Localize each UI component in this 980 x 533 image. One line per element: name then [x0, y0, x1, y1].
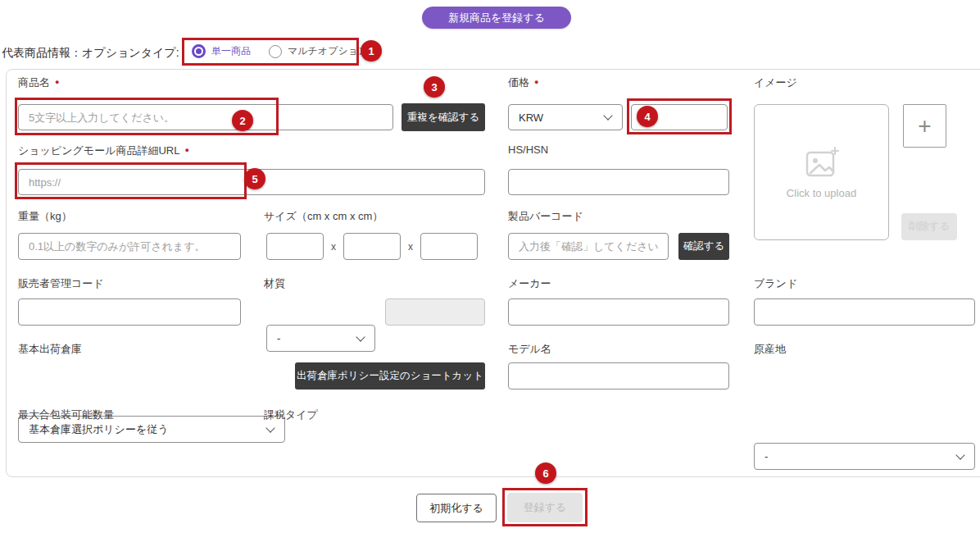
size-label: サイズ（cm x cm x cm） — [264, 209, 383, 224]
currency-select[interactable]: KRW — [508, 104, 623, 130]
seller-code-input[interactable] — [18, 298, 241, 326]
radio-single-label: 単一商品 — [211, 44, 251, 58]
size-height-input[interactable] — [420, 233, 478, 260]
tax-type-label: 課税タイプ — [264, 408, 318, 422]
image-upload-icon — [804, 146, 840, 179]
weight-input[interactable] — [18, 233, 241, 260]
chevron-down-icon — [603, 111, 612, 120]
required-dot-icon: ● — [55, 78, 59, 86]
required-dot-icon: ● — [184, 146, 188, 154]
brand-label: ブランド — [754, 276, 797, 291]
size-input-group: x x — [266, 233, 478, 260]
delete-image-button[interactable]: 削除する — [901, 213, 957, 240]
mall-url-input[interactable] — [18, 169, 485, 195]
origin-label: 原産地 — [754, 342, 786, 357]
brand-input[interactable] — [754, 298, 975, 326]
price-amount-input[interactable] — [631, 104, 728, 130]
reset-button[interactable]: 初期化する — [416, 494, 497, 522]
plus-icon: + — [918, 115, 931, 138]
seller-code-label: 販売者管理コード — [18, 276, 104, 291]
image-label: イメージ — [754, 75, 797, 90]
option-type-label: 代表商品情報：オプションタイプ: — [2, 46, 179, 61]
chevron-down-icon — [265, 423, 274, 432]
register-new-product-button[interactable]: 新規商品を登録する — [422, 7, 571, 29]
hs-hsn-input[interactable] — [508, 169, 729, 195]
weight-label: 重量（kg） — [18, 209, 72, 224]
add-image-button[interactable]: + — [903, 104, 946, 148]
model-name-label: モデル名 — [508, 342, 551, 357]
size-separator: x — [408, 241, 413, 253]
size-depth-input[interactable] — [343, 233, 401, 260]
material-label: 材質 — [264, 276, 285, 291]
product-registration-page: 新規商品を登録する 代表商品情報：オプションタイプ: 単一商品 マルチオプション… — [0, 0, 980, 533]
price-label: 価格● — [508, 75, 538, 90]
product-name-input[interactable] — [18, 104, 393, 130]
barcode-confirm-button[interactable]: 確認する — [678, 233, 729, 260]
size-separator: x — [331, 241, 336, 253]
size-width-input[interactable] — [266, 233, 324, 260]
radio-multi-label: マルチオプション — [288, 44, 368, 58]
radio-single-product[interactable]: 単一商品 — [192, 44, 251, 58]
image-upload-dropzone[interactable]: Click to upload — [754, 104, 889, 240]
radio-multi-option[interactable]: マルチオプション — [269, 44, 368, 58]
required-dot-icon: ● — [534, 78, 538, 86]
maker-label: メーカー — [508, 276, 551, 291]
origin-select[interactable]: - — [754, 443, 975, 470]
radio-unselected-icon — [269, 45, 282, 58]
chevron-down-icon — [356, 332, 365, 341]
barcode-input[interactable] — [508, 233, 669, 260]
upload-hint-text: Click to upload — [787, 187, 856, 199]
mall-url-label: ショッピングモール商品詳細URL● — [18, 144, 189, 158]
barcode-label: 製品バーコード — [508, 209, 583, 224]
hs-hsn-label: HS/HSN — [508, 144, 548, 156]
submit-button[interactable]: 登録する — [507, 493, 583, 522]
material-extra-input — [385, 298, 485, 326]
model-name-input[interactable] — [508, 362, 729, 390]
maker-input[interactable] — [508, 298, 729, 326]
material-select[interactable]: - — [266, 325, 375, 352]
warehouse-label: 基本出荷倉庫 — [18, 342, 82, 357]
warehouse-policy-shortcut-button[interactable]: 出荷倉庫ポリシー設定のショートカット — [295, 362, 485, 390]
product-name-label: 商品名● — [18, 75, 59, 90]
radio-selected-icon — [192, 44, 206, 58]
option-type-radio-group: 単一商品 マルチオプション — [192, 44, 368, 58]
chevron-down-icon — [955, 450, 964, 459]
max-package-label: 最大合包装可能数量 — [18, 408, 114, 422]
duplicate-check-button[interactable]: 重複を確認する — [402, 103, 485, 131]
